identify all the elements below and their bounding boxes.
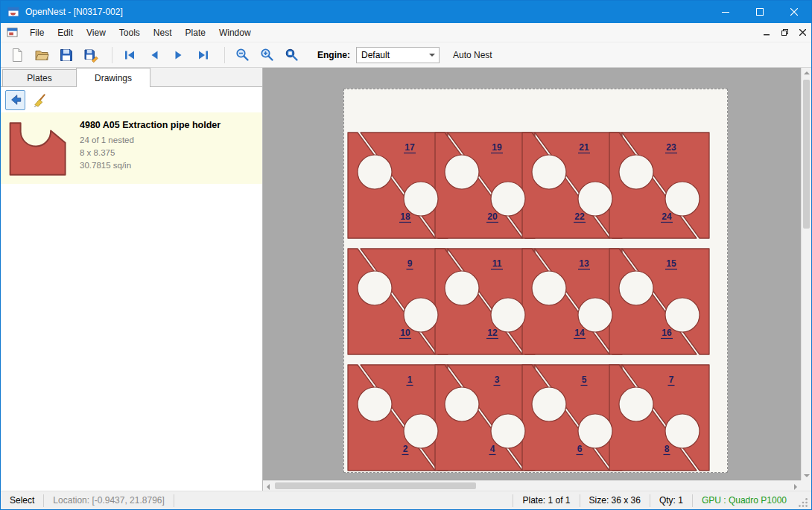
new-file-button[interactable] [7, 45, 28, 65]
tab-plates-label: Plates [27, 73, 51, 83]
zoom-fit-icon [285, 48, 299, 62]
horizontal-scroll-thumb[interactable] [275, 482, 476, 489]
menu-tools[interactable]: Tools [112, 23, 147, 42]
titlebar: OpenNest - [N0317-002] [1, 1, 811, 23]
go-first-button[interactable] [119, 45, 140, 65]
drawing-title: 4980 A05 Extraction pipe holder [80, 120, 221, 130]
zoom-fit-button[interactable] [281, 45, 302, 65]
scroll-left-arrow[interactable] [263, 482, 273, 491]
svg-text:10: 10 [400, 328, 410, 338]
zoom-in-button[interactable] [256, 45, 277, 65]
svg-text:15: 15 [666, 258, 676, 269]
svg-text:2: 2 [403, 444, 408, 454]
menu-nest[interactable]: Nest [147, 23, 179, 42]
open-folder-icon [34, 48, 49, 63]
svg-text:20: 20 [487, 211, 498, 222]
maximize-button[interactable] [743, 1, 777, 23]
clean-button[interactable] [30, 90, 50, 110]
mdi-close-button[interactable] [793, 25, 811, 41]
svg-text:9: 9 [407, 258, 413, 269]
minimize-button[interactable] [708, 1, 743, 23]
svg-text:23: 23 [666, 142, 676, 153]
toolbar-separator [112, 47, 112, 63]
save-as-icon [83, 48, 98, 63]
mdi-restore-icon [781, 29, 788, 36]
go-next-icon [172, 48, 185, 62]
window-controls [708, 1, 811, 23]
resize-grip [797, 497, 809, 509]
tab-drawings[interactable]: Drawings [76, 68, 150, 87]
save-icon [59, 48, 74, 63]
window-title: OpenNest - [N0317-002] [25, 7, 123, 17]
replace-part-button[interactable] [5, 90, 25, 110]
menu-view[interactable]: View [80, 23, 112, 42]
svg-text:18: 18 [400, 211, 410, 222]
mdi-minimize-button[interactable] [758, 25, 775, 41]
menu-window[interactable]: Window [212, 23, 258, 42]
main-area: Plates Drawings 4980 A05 Extraction pipe… [1, 68, 811, 491]
svg-text:6: 6 [577, 444, 583, 454]
drawing-nested-count: 24 of 1 nested [80, 134, 221, 147]
app-icon [7, 6, 19, 18]
vertical-scrollbar[interactable] [801, 68, 811, 480]
horizontal-scrollbar[interactable] [263, 480, 801, 491]
mdi-restore-button[interactable] [775, 25, 793, 41]
drawing-area: 30.7815 sq/in [80, 159, 221, 172]
nest-canvas[interactable]: 171819202122232491011121314151612345678 [263, 68, 811, 491]
close-button[interactable] [777, 1, 811, 23]
drawing-list-item[interactable]: 4980 A05 Extraction pipe holder 24 of 1 … [1, 112, 262, 184]
scrollbar-corner [801, 480, 811, 491]
svg-text:11: 11 [492, 258, 502, 269]
drawing-dimensions: 8 x 8.375 [80, 147, 221, 159]
broom-icon [33, 93, 47, 107]
go-last-button[interactable] [193, 45, 214, 65]
vertical-scroll-thumb[interactable] [803, 80, 810, 229]
main-toolbar: Engine: Default Auto Nest [1, 42, 811, 68]
new-file-icon [10, 48, 25, 63]
svg-text:24: 24 [662, 211, 672, 222]
engine-select[interactable]: Default [356, 47, 440, 63]
svg-text:21: 21 [579, 142, 589, 153]
tab-drawings-label: Drawings [95, 73, 132, 83]
scroll-down-arrow[interactable] [802, 471, 811, 480]
document-icon[interactable] [7, 27, 19, 39]
save-button[interactable] [56, 45, 77, 65]
dropdown-arrow-icon [425, 54, 439, 57]
menu-edit[interactable]: Edit [51, 23, 80, 42]
sidebar-tabstrip: Plates Drawings [1, 68, 262, 87]
go-first-icon [123, 48, 136, 62]
svg-text:8: 8 [664, 444, 670, 454]
zoom-out-button[interactable] [232, 45, 253, 65]
plate[interactable]: 171819202122232491011121314151612345678 [343, 89, 728, 473]
scroll-right-arrow[interactable] [790, 482, 801, 491]
svg-text:13: 13 [579, 258, 589, 269]
engine-label: Engine: [317, 50, 350, 60]
go-next-button[interactable] [168, 45, 189, 65]
replace-icon [9, 93, 22, 106]
mdi-window-controls [758, 23, 811, 42]
app-window: OpenNest - [N0317-002] File Edit View To… [0, 0, 812, 510]
svg-text:22: 22 [574, 211, 585, 222]
menu-file[interactable]: File [23, 23, 51, 42]
mdi-close-icon [799, 29, 806, 36]
svg-text:16: 16 [662, 328, 672, 338]
toolbar-separator [224, 47, 225, 63]
open-folder-button[interactable] [31, 45, 52, 65]
go-last-icon [197, 48, 210, 62]
svg-text:14: 14 [574, 328, 585, 338]
statusbar: Select Location: [-0.9437, 21.8796] Plat… [1, 491, 811, 509]
mdi-minimize-icon [764, 30, 770, 36]
save-as-button[interactable] [80, 45, 101, 65]
svg-text:19: 19 [492, 142, 502, 153]
scroll-up-arrow[interactable] [802, 68, 811, 77]
status-qty: Qty: 1 [650, 494, 692, 507]
menu-plate[interactable]: Plate [179, 23, 212, 42]
zoom-out-icon [235, 48, 250, 62]
svg-text:3: 3 [495, 374, 500, 385]
status-size: Size: 36 x 36 [580, 494, 650, 507]
tab-plates[interactable]: Plates [2, 69, 77, 86]
auto-nest-label[interactable]: Auto Nest [453, 50, 492, 60]
go-previous-button[interactable] [144, 45, 165, 65]
close-icon [790, 8, 798, 16]
maximize-icon [756, 8, 764, 16]
